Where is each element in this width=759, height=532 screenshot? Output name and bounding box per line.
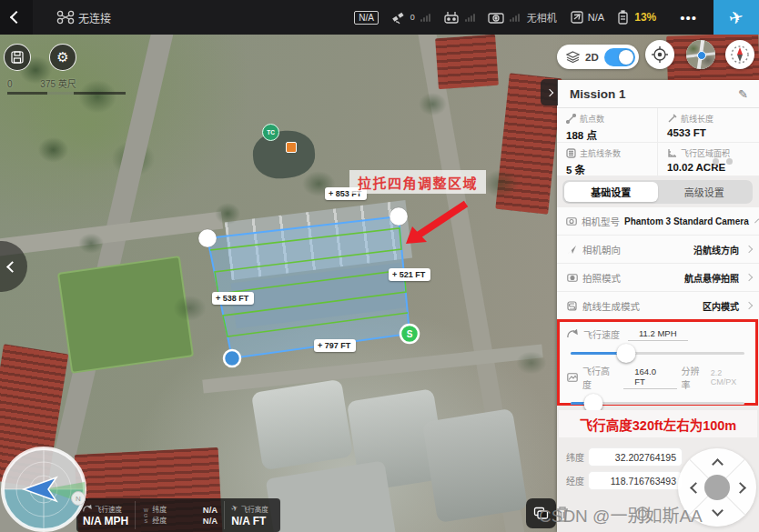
edit-mission-icon[interactable]: ✎ xyxy=(738,87,748,101)
speed-slider-track[interactable] xyxy=(571,352,744,355)
telemetry-bar: 飞行速度 N/A MPH WGS 纬度N/A 经度N/A ✈飞行高度 N/A F… xyxy=(76,498,280,532)
setting-value: Phantom 3 Standard Camera xyxy=(624,216,749,226)
stat-label: 航点数 xyxy=(580,113,604,125)
setting-row-camera-model[interactable]: 相机型号 Phantom 3 Standard Camera xyxy=(557,207,759,236)
setting-row-photo-mode[interactable]: 拍照模式 航点悬停拍照 xyxy=(557,264,759,292)
resolution-label: 分辨率 xyxy=(682,364,706,391)
compass-reset-button[interactable] xyxy=(725,40,754,69)
nudge-up-button[interactable] xyxy=(712,458,724,470)
altitude-slider-header: 飞行高度 164.0 FT 分辨率 2.2 CM/PX xyxy=(560,355,755,391)
csdn-watermark: CSDN @一别如斯AA xyxy=(539,502,759,527)
map-poi-badge: TC xyxy=(262,124,279,141)
collapse-left-chevron-icon xyxy=(6,261,18,273)
map-2d-label: 2D xyxy=(585,52,599,63)
camera-signal-bars xyxy=(510,14,520,22)
compass-needle-icon xyxy=(730,45,750,65)
photo-mode-icon xyxy=(567,273,578,282)
altitude-value: 164.0 FT xyxy=(623,366,676,389)
remote-controller-icon xyxy=(443,11,460,24)
nudge-right-button[interactable] xyxy=(734,482,746,494)
altitude-telemetry-value: N/A FT xyxy=(231,515,268,527)
altitude-note-text: 飞行高度320ft左右为100m xyxy=(580,415,736,434)
battery-icon xyxy=(617,10,631,25)
nudge-center-button[interactable] xyxy=(704,475,730,500)
locate-me-button[interactable] xyxy=(645,40,674,69)
setting-value: 沿航线方向 xyxy=(693,243,739,256)
scale-bar-line xyxy=(7,92,126,95)
takeoff-button[interactable]: ✈ xyxy=(713,0,759,35)
save-mission-button[interactable] xyxy=(4,44,31,71)
setting-label: 相机朝向 xyxy=(582,243,689,256)
rc-signal-group xyxy=(443,11,475,24)
settings-tabs: 基础设置 高级设置 xyxy=(562,180,753,204)
stat-value: 188 点 xyxy=(566,127,657,142)
altitude-icon xyxy=(567,373,578,382)
stat-waypoint-count: 航点数 188 点 xyxy=(557,108,658,143)
lat-telemetry-label: 纬度 xyxy=(152,506,167,515)
speed-value: 11.2 MPH xyxy=(628,328,688,341)
speed-slider-thumb[interactable] xyxy=(617,344,636,363)
longitude-label: 经度 xyxy=(566,474,588,487)
area-ruler-icon xyxy=(667,148,677,158)
setting-row-camera-heading[interactable]: 相机朝向 沿航线方向 xyxy=(557,236,759,264)
setting-label: 航线生成模式 xyxy=(582,299,698,313)
poi-label: TC xyxy=(267,129,275,136)
edge-length-label-left: + 538 FT xyxy=(212,292,254,305)
camera-signal-group: 无相机 xyxy=(488,10,557,25)
lng-telemetry-label: 经度 xyxy=(152,517,167,526)
compass-north-label: N xyxy=(76,495,81,503)
scale-start-label: 0 xyxy=(7,79,13,89)
stats-page-dot-2[interactable] xyxy=(726,158,733,165)
stat-main-lines: 主航线条数 5 条 xyxy=(557,143,658,177)
aircraft-status: 无连接 xyxy=(56,10,111,25)
longitude-field[interactable]: 118.716763493 xyxy=(588,471,683,490)
tab-advanced-settings[interactable]: 高级设置 xyxy=(658,182,752,202)
mission-settings-button[interactable]: ⚙ xyxy=(49,44,76,71)
waypoints-icon xyxy=(566,114,576,124)
tutorial-annotation-text: 拉托四角调整区域 xyxy=(358,173,478,192)
setting-label: 相机型号 xyxy=(582,215,620,228)
back-button[interactable] xyxy=(0,0,33,35)
satellite-signal-bars xyxy=(420,14,430,22)
map-2d-switch[interactable] xyxy=(604,48,635,66)
flight-mode-group[interactable]: N/A xyxy=(570,10,604,25)
flight-mode-icon xyxy=(570,10,584,25)
latitude-value: 32.202764195 xyxy=(615,452,676,463)
altitude-slider-track[interactable] xyxy=(571,402,744,405)
latitude-field[interactable]: 32.202764195 xyxy=(588,447,683,467)
drone-icon xyxy=(56,10,75,25)
tutorial-annotation: 拉托四角调整区域 xyxy=(349,170,486,194)
battery-group[interactable]: 13% xyxy=(617,10,656,25)
edge-length-label-right: + 521 FT xyxy=(389,268,430,281)
gps-mode-group: N/A xyxy=(354,11,379,25)
wgs-label: WGS xyxy=(142,507,148,524)
mission-panel: Mission 1 ✎ 航点数 188 点 航线长度 4533 FT 主航线条数… xyxy=(557,80,759,532)
resolution-value: 2.2 CM/PX xyxy=(711,368,746,386)
map-poi-marker xyxy=(286,142,297,153)
camera-icon xyxy=(566,216,577,226)
map-scale-bar: 0 375 英尺 xyxy=(7,76,126,95)
latitude-label: 纬度 xyxy=(566,450,588,464)
more-menu-button[interactable]: ••• xyxy=(673,10,704,25)
minimap-button[interactable] xyxy=(686,40,715,69)
panel-collapse-tab[interactable] xyxy=(541,79,558,105)
altitude-telemetry-icon: ✈ xyxy=(230,503,240,514)
satellite-count: 0 xyxy=(410,13,415,22)
mission-header: Mission 1 ✎ xyxy=(557,80,759,108)
setting-value: 航点悬停拍照 xyxy=(684,271,739,285)
slider-section-red-highlight: 飞行速度 11.2 MPH 飞行高度 164.0 FT 分辨率 2.2 CM/P… xyxy=(557,319,758,406)
connection-status-label: 无连接 xyxy=(78,10,111,25)
airplane-icon: ✈ xyxy=(727,5,745,29)
nudge-left-button[interactable] xyxy=(690,482,702,494)
minimap-position-dot xyxy=(697,51,706,60)
stat-route-length: 航线长度 4533 FT xyxy=(658,108,759,143)
stats-page-dot-1[interactable] xyxy=(713,158,719,165)
setting-row-route-mode[interactable]: 航线生成模式 区内模式 xyxy=(557,292,759,320)
altitude-note-annotation: 飞行高度320ft左右为100m xyxy=(559,410,757,437)
altitude-label: 飞行高度 xyxy=(582,364,615,391)
gear-icon: ⚙ xyxy=(56,51,68,65)
mission-title: Mission 1 xyxy=(570,87,738,101)
settings-list: 相机型号 Phantom 3 Standard Camera 相机朝向 沿航线方… xyxy=(557,207,759,320)
battery-percent: 13% xyxy=(634,11,656,24)
tab-basic-settings[interactable]: 基础设置 xyxy=(564,182,658,202)
